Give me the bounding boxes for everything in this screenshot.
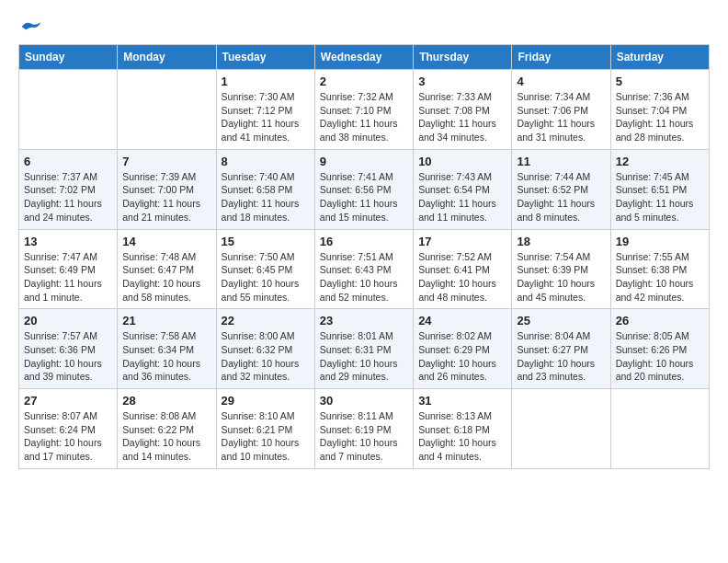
calendar-cell: 4Sunrise: 7:34 AMSunset: 7:06 PMDaylight… <box>512 70 610 150</box>
calendar-cell: 6Sunrise: 7:37 AMSunset: 7:02 PMDaylight… <box>19 149 118 229</box>
page-header <box>18 18 710 35</box>
day-number: 17 <box>418 235 506 248</box>
day-number: 30 <box>320 394 408 408</box>
day-info: Sunrise: 7:41 AMSunset: 6:56 PMDaylight:… <box>320 170 408 224</box>
day-number: 21 <box>122 314 210 327</box>
calendar-cell <box>118 70 216 150</box>
day-info: Sunrise: 7:52 AMSunset: 6:41 PMDaylight:… <box>418 250 506 304</box>
day-info: Sunrise: 7:55 AMSunset: 6:38 PMDaylight:… <box>616 250 704 304</box>
calendar-cell: 16Sunrise: 7:51 AMSunset: 6:43 PMDayligh… <box>314 229 413 309</box>
day-number: 23 <box>320 314 408 327</box>
calendar-week-row: 1Sunrise: 7:30 AMSunset: 7:12 PMDaylight… <box>19 70 710 150</box>
day-info: Sunrise: 8:08 AMSunset: 6:22 PMDaylight:… <box>122 409 210 464</box>
calendar-cell: 5Sunrise: 7:36 AMSunset: 7:04 PMDaylight… <box>610 70 709 150</box>
day-info: Sunrise: 8:13 AMSunset: 6:18 PMDaylight:… <box>418 409 506 464</box>
calendar-week-row: 20Sunrise: 7:57 AMSunset: 6:36 PMDayligh… <box>19 309 710 389</box>
day-number: 19 <box>616 235 704 248</box>
header-wednesday: Wednesday <box>314 45 413 70</box>
day-number: 27 <box>24 394 112 408</box>
day-info: Sunrise: 7:57 AMSunset: 6:36 PMDaylight:… <box>24 329 112 384</box>
day-info: Sunrise: 7:39 AMSunset: 7:00 PMDaylight:… <box>122 170 210 224</box>
header-thursday: Thursday <box>414 45 512 70</box>
day-number: 13 <box>24 235 112 248</box>
calendar-week-row: 27Sunrise: 8:07 AMSunset: 6:24 PMDayligh… <box>19 389 710 469</box>
day-info: Sunrise: 7:43 AMSunset: 6:54 PMDaylight:… <box>418 170 506 224</box>
day-number: 4 <box>517 75 605 88</box>
header-saturday: Saturday <box>610 45 709 70</box>
day-number: 1 <box>222 75 310 88</box>
day-info: Sunrise: 8:10 AMSunset: 6:21 PMDaylight:… <box>222 409 310 464</box>
day-number: 25 <box>517 314 605 327</box>
day-number: 24 <box>418 314 506 327</box>
calendar-cell: 27Sunrise: 8:07 AMSunset: 6:24 PMDayligh… <box>19 389 118 469</box>
calendar-cell: 9Sunrise: 7:41 AMSunset: 6:56 PMDaylight… <box>314 149 413 229</box>
day-info: Sunrise: 7:40 AMSunset: 6:58 PMDaylight:… <box>222 170 310 224</box>
day-number: 10 <box>418 155 506 168</box>
day-number: 28 <box>122 394 210 408</box>
calendar-cell <box>19 70 118 150</box>
day-info: Sunrise: 8:05 AMSunset: 6:26 PMDaylight:… <box>616 329 704 384</box>
calendar-cell: 3Sunrise: 7:33 AMSunset: 7:08 PMDaylight… <box>414 70 512 150</box>
header-monday: Monday <box>118 45 216 70</box>
calendar-week-row: 13Sunrise: 7:47 AMSunset: 6:49 PMDayligh… <box>19 229 710 309</box>
calendar-cell: 29Sunrise: 8:10 AMSunset: 6:21 PMDayligh… <box>216 389 314 469</box>
day-number: 12 <box>616 155 704 168</box>
day-info: Sunrise: 7:50 AMSunset: 6:45 PMDaylight:… <box>222 250 310 304</box>
day-info: Sunrise: 7:32 AMSunset: 7:10 PMDaylight:… <box>320 90 408 144</box>
day-info: Sunrise: 7:48 AMSunset: 6:47 PMDaylight:… <box>122 250 210 304</box>
day-info: Sunrise: 7:34 AMSunset: 7:06 PMDaylight:… <box>517 90 605 144</box>
day-info: Sunrise: 7:54 AMSunset: 6:39 PMDaylight:… <box>517 250 605 304</box>
day-info: Sunrise: 7:58 AMSunset: 6:34 PMDaylight:… <box>122 329 210 384</box>
calendar-cell: 28Sunrise: 8:08 AMSunset: 6:22 PMDayligh… <box>118 389 216 469</box>
calendar-cell: 31Sunrise: 8:13 AMSunset: 6:18 PMDayligh… <box>414 389 512 469</box>
calendar-cell <box>512 389 610 469</box>
day-info: Sunrise: 7:37 AMSunset: 7:02 PMDaylight:… <box>24 170 112 224</box>
day-number: 7 <box>122 155 210 168</box>
calendar-cell: 15Sunrise: 7:50 AMSunset: 6:45 PMDayligh… <box>216 229 314 309</box>
calendar-cell: 10Sunrise: 7:43 AMSunset: 6:54 PMDayligh… <box>414 149 512 229</box>
calendar-cell: 23Sunrise: 8:01 AMSunset: 6:31 PMDayligh… <box>314 309 413 389</box>
calendar-week-row: 6Sunrise: 7:37 AMSunset: 7:02 PMDaylight… <box>19 149 710 229</box>
logo <box>18 18 42 35</box>
calendar-cell <box>610 389 709 469</box>
header-tuesday: Tuesday <box>216 45 314 70</box>
day-info: Sunrise: 7:36 AMSunset: 7:04 PMDaylight:… <box>616 90 704 144</box>
calendar-cell: 17Sunrise: 7:52 AMSunset: 6:41 PMDayligh… <box>414 229 512 309</box>
day-number: 20 <box>24 314 112 327</box>
calendar-table: SundayMondayTuesdayWednesdayThursdayFrid… <box>18 44 710 469</box>
calendar-cell: 8Sunrise: 7:40 AMSunset: 6:58 PMDaylight… <box>216 149 314 229</box>
day-info: Sunrise: 8:00 AMSunset: 6:32 PMDaylight:… <box>222 329 310 384</box>
day-number: 3 <box>418 75 506 88</box>
day-info: Sunrise: 8:11 AMSunset: 6:19 PMDaylight:… <box>320 409 408 464</box>
day-number: 29 <box>222 394 310 408</box>
calendar-cell: 25Sunrise: 8:04 AMSunset: 6:27 PMDayligh… <box>512 309 610 389</box>
day-info: Sunrise: 8:01 AMSunset: 6:31 PMDaylight:… <box>320 329 408 384</box>
calendar-header-row: SundayMondayTuesdayWednesdayThursdayFrid… <box>19 45 710 70</box>
calendar-cell: 13Sunrise: 7:47 AMSunset: 6:49 PMDayligh… <box>19 229 118 309</box>
day-info: Sunrise: 7:45 AMSunset: 6:51 PMDaylight:… <box>616 170 704 224</box>
calendar-cell: 20Sunrise: 7:57 AMSunset: 6:36 PMDayligh… <box>19 309 118 389</box>
day-number: 26 <box>616 314 704 327</box>
day-number: 5 <box>616 75 704 88</box>
day-number: 2 <box>320 75 408 88</box>
day-number: 9 <box>320 155 408 168</box>
day-number: 8 <box>222 155 310 168</box>
day-info: Sunrise: 7:33 AMSunset: 7:08 PMDaylight:… <box>418 90 506 144</box>
day-number: 11 <box>517 155 605 168</box>
calendar-cell: 18Sunrise: 7:54 AMSunset: 6:39 PMDayligh… <box>512 229 610 309</box>
day-info: Sunrise: 7:30 AMSunset: 7:12 PMDaylight:… <box>222 90 310 144</box>
day-number: 31 <box>418 394 506 408</box>
header-sunday: Sunday <box>19 45 118 70</box>
day-number: 6 <box>24 155 112 168</box>
day-number: 22 <box>222 314 310 327</box>
day-info: Sunrise: 8:02 AMSunset: 6:29 PMDaylight:… <box>418 329 506 384</box>
day-number: 15 <box>222 235 310 248</box>
calendar-cell: 7Sunrise: 7:39 AMSunset: 7:00 PMDaylight… <box>118 149 216 229</box>
day-number: 18 <box>517 235 605 248</box>
day-info: Sunrise: 7:51 AMSunset: 6:43 PMDaylight:… <box>320 250 408 304</box>
day-info: Sunrise: 8:07 AMSunset: 6:24 PMDaylight:… <box>24 409 112 464</box>
day-number: 14 <box>122 235 210 248</box>
day-info: Sunrise: 7:47 AMSunset: 6:49 PMDaylight:… <box>24 250 112 304</box>
calendar-cell: 30Sunrise: 8:11 AMSunset: 6:19 PMDayligh… <box>314 389 413 469</box>
day-number: 16 <box>320 235 408 248</box>
